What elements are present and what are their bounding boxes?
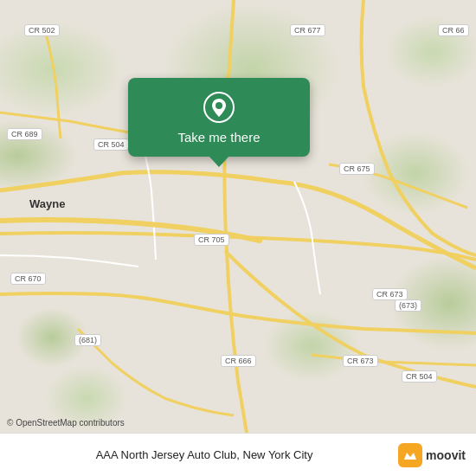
road-label-cr666: CR 666 (221, 355, 256, 367)
map-roads-svg (0, 0, 476, 433)
road-label-cr705: CR 705 (194, 234, 229, 246)
road-label-cr689: CR 689 (7, 128, 42, 140)
road-label-cr66: CR 66 (438, 24, 469, 36)
moovit-icon (398, 443, 422, 467)
map-copyright: © OpenStreetMap contributors (7, 418, 125, 428)
location-pin-icon (203, 92, 235, 123)
svg-point-1 (215, 102, 222, 109)
road-label-cr673c: (673) (395, 299, 421, 312)
road-label-cr677: CR 677 (290, 24, 325, 36)
road-label-cr673b: CR 673 (343, 355, 378, 367)
road-label-cr681: (681) (74, 334, 101, 346)
road-label-cr675: CR 675 (339, 163, 375, 175)
road-label-cr502: CR 502 (24, 24, 60, 36)
moovit-logo: moovit (398, 443, 466, 467)
moovit-label: moovit (426, 448, 466, 462)
road-label-cr673a: CR 673 (372, 288, 408, 300)
popup-label: Take me there (177, 130, 260, 145)
wayne-city-label: Wayne (29, 197, 65, 210)
road-label-cr504b: CR 504 (402, 370, 437, 383)
take-me-there-popup[interactable]: Take me there (128, 78, 310, 157)
road-label-cr504: CR 504 (93, 138, 129, 151)
location-label: AAA North Jersey Auto Club, New York Cit… (10, 448, 398, 461)
map-container: CR 502 CR 689 CR 504 CR 677 CR 66 CR 675… (0, 0, 476, 433)
bottom-bar: AAA North Jersey Auto Club, New York Cit… (0, 433, 476, 476)
road-label-cr670: CR 670 (10, 273, 46, 285)
